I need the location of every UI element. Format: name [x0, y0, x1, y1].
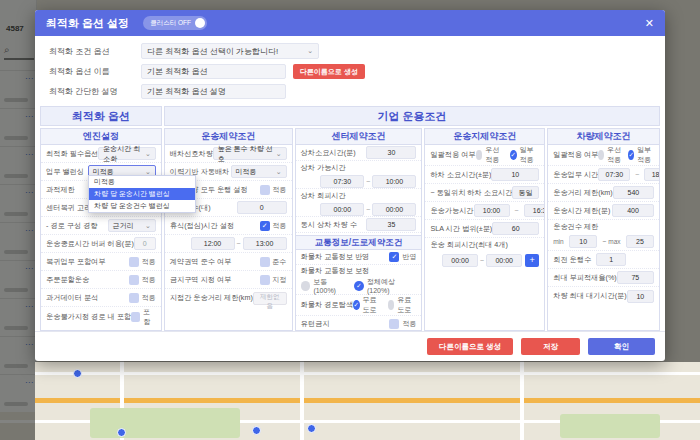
point-distance-label: 지점간 운송거리 제한(km): [170, 293, 253, 303]
count-max-input[interactable]: 25: [626, 235, 654, 248]
all-vehicles-checkbox[interactable]: [260, 185, 270, 195]
site-partial-radio[interactable]: ✓: [510, 150, 517, 160]
tilde-separator: ~: [635, 171, 639, 178]
map-marker[interactable]: [73, 369, 82, 378]
toll-road-radio[interactable]: [388, 300, 395, 310]
tilde-separator: ~: [366, 206, 370, 213]
site-available-to[interactable]: 16:30: [524, 204, 546, 217]
contract-area-value: 준수: [273, 257, 287, 267]
unload-time-input[interactable]: 10: [491, 168, 539, 181]
vehicle-time-input[interactable]: 400: [612, 204, 654, 217]
load-time-input[interactable]: 30: [366, 146, 416, 159]
route-tendency-value: 근거리: [113, 221, 134, 231]
end-buffer-input[interactable]: 0: [134, 237, 156, 250]
truck-routing-label: 화물차 경로탐색: [301, 300, 353, 310]
traffic-congestion-radio[interactable]: ✓: [354, 281, 364, 291]
vehicle-priority-radio[interactable]: [598, 150, 604, 160]
free-road-radio[interactable]: ✓: [353, 300, 360, 310]
required-option-label: 최적화 필수옵션: [46, 149, 98, 159]
added-vehicles-input[interactable]: 0: [237, 201, 287, 214]
contract-area-checkbox[interactable]: [260, 257, 270, 267]
history-dispatch-select[interactable]: 미적용⌄: [231, 165, 287, 178]
past-data-checkbox[interactable]: [129, 293, 139, 303]
break-time-checkbox[interactable]: ✓: [260, 221, 270, 231]
route-tendency-select[interactable]: 근거리⌄: [108, 219, 156, 232]
forbidden-zone-value: 지정: [273, 275, 287, 285]
map-visible-area[interactable]: [35, 362, 700, 440]
cluster-toggle[interactable]: 클러스터 OFF: [143, 16, 207, 30]
order-split-checkbox[interactable]: [129, 275, 139, 285]
banned-route-checkbox[interactable]: [131, 312, 140, 322]
count-min-input[interactable]: 10: [569, 235, 597, 248]
break-to-input[interactable]: 13:00: [243, 237, 287, 250]
map-road-orange: [35, 398, 700, 403]
confirm-button[interactable]: 확인: [588, 338, 655, 355]
site-avoid-to[interactable]: 00:00: [486, 254, 522, 267]
transport-constraints-column: 운송제약조건 배차선호차량 높은 톤수 차량 선호⌄ 이력기반 자동배차 미적용…: [164, 128, 293, 331]
uturn-ban-label: 유턴금지: [301, 319, 330, 329]
modal-title: 최적화 옵션 설정: [46, 16, 129, 31]
optimization-settings-modal: 최적화 옵션 설정 클러스터 OFF ✕ 최적화 조건 옵션 다른 최적화 옵션…: [35, 10, 665, 361]
vehicle-distance-input[interactable]: 540: [613, 186, 654, 199]
condition-option-select[interactable]: 다른 최적화 옵션 선택이 가능합니다! ⌄: [141, 43, 319, 59]
save-button[interactable]: 저장: [521, 338, 580, 355]
break-time-value: 적용: [273, 221, 287, 231]
constraints-grid: 최적화 옵션 기업 운용조건 엔진설정 최적화 필수옵션 운송시간 최소화⌄ 업…: [40, 106, 660, 331]
option-desc-input[interactable]: 기본 최적화 옵션 설명: [141, 84, 286, 99]
create-as-new-name-button[interactable]: 다른이름으로 생성: [427, 338, 513, 355]
balancing-dropdown: 미적용 차량 당 운송시간 밸런싱 차량 당 운송건수 밸런싱: [88, 175, 196, 213]
point-distance-limit-button[interactable]: 제한없음: [253, 292, 287, 305]
load-available-from[interactable]: 07:30: [320, 175, 364, 188]
same-location-input[interactable]: 동일: [512, 186, 539, 199]
required-option-select[interactable]: 운송시간 최소화⌄: [98, 147, 155, 160]
preferred-vehicle-select[interactable]: 높은 톤수 차량 선호⌄: [213, 147, 287, 160]
traffic-reflect-value: 반영: [402, 252, 416, 262]
site-available-from[interactable]: 10:00: [474, 204, 510, 217]
load-avoid-from[interactable]: 00:00: [320, 203, 364, 216]
vehicle-distance-label: 운송거리 제한(km): [553, 188, 613, 198]
work-hours-from[interactable]: 07:30: [598, 168, 630, 181]
load-available-to[interactable]: 10:00: [372, 175, 416, 188]
load-avoid-label: 상차 회피시간: [301, 191, 346, 201]
site-avoid-from[interactable]: 00:00: [442, 254, 478, 267]
return-work-label: 복귀업무 포함여부: [46, 257, 106, 267]
save-as-new-name-button[interactable]: 다른이름으로 생성: [293, 64, 365, 79]
volume-rate-input[interactable]: 75: [617, 271, 654, 284]
balancing-option-count[interactable]: 차량 당 운송건수 밸런싱: [89, 200, 195, 212]
site-apply-label: 일괄적용 여부: [430, 150, 475, 160]
map-road: [35, 372, 700, 375]
map-marker[interactable]: [307, 424, 316, 433]
uturn-ban-checkbox[interactable]: [389, 319, 399, 329]
traffic-reflect-checkbox[interactable]: ✓: [389, 252, 399, 262]
tilde-separator: ~: [366, 178, 370, 185]
traffic-normal-label: 보통(100%): [313, 277, 349, 294]
rotation-count-input[interactable]: 1: [596, 253, 626, 266]
center-constraints-title: 센터제약조건: [296, 129, 422, 145]
unload-time-label: 하차 소요시간(±분): [430, 170, 491, 180]
option-name-input[interactable]: 기본 최적화 옵션: [141, 64, 286, 79]
add-avoid-time-button[interactable]: +: [525, 254, 539, 267]
sla-range-input[interactable]: 60: [492, 222, 539, 235]
load-avoid-to[interactable]: 00:00: [372, 203, 416, 216]
simultaneous-vehicles-input[interactable]: 35: [366, 218, 416, 231]
map-marker[interactable]: [117, 428, 126, 437]
vehicle-partial-radio[interactable]: ✓: [628, 150, 634, 160]
group-header-optimization: 최적화 옵션: [40, 106, 162, 126]
vehicle-apply-label: 일괄적용 여부: [553, 150, 598, 160]
traffic-normal-radio[interactable]: [301, 281, 311, 291]
max-wait-input[interactable]: 10: [627, 290, 654, 303]
forbidden-zone-checkbox[interactable]: [260, 275, 270, 285]
close-icon[interactable]: ✕: [645, 17, 654, 30]
map-marker[interactable]: [252, 426, 261, 435]
balancing-option-none[interactable]: 미적용: [89, 176, 195, 188]
balancing-option-time[interactable]: 차량 당 운송시간 밸런싱: [89, 188, 195, 200]
uturn-ban-value: 적용: [402, 319, 416, 329]
vehicle-time-label: 운송시간 제한(분): [553, 206, 610, 216]
site-priority-radio[interactable]: [476, 150, 483, 160]
break-from-input[interactable]: 12:00: [191, 237, 235, 250]
chevron-down-icon: ⌄: [307, 47, 313, 55]
work-hours-to[interactable]: 18:00: [644, 168, 660, 181]
chevron-down-icon: ⌄: [145, 222, 151, 230]
return-work-checkbox[interactable]: [129, 257, 139, 267]
volume-rate-label: 최대 부피적재율(%): [553, 273, 617, 283]
